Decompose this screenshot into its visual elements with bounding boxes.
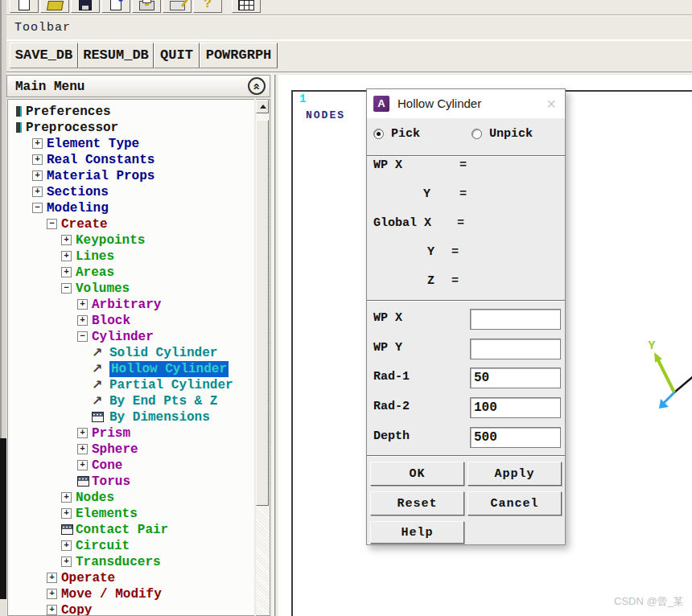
wp-x-field-label: WP X (373, 312, 402, 325)
collapse-icon[interactable]: − (32, 203, 43, 213)
expand-icon[interactable]: + (32, 187, 43, 197)
collapse-menu-button[interactable]: « (248, 77, 266, 95)
tree-item-block[interactable]: +Block (8, 313, 254, 329)
new-file-button[interactable] (10, 0, 39, 13)
tree-item-modeling[interactable]: −Modeling (8, 200, 254, 216)
expand-icon[interactable]: + (77, 299, 88, 310)
tree-item-volumes[interactable]: −Volumes (8, 281, 254, 297)
tree-item-keypoints[interactable]: +Keypoints (8, 232, 254, 248)
quit-button[interactable]: QUIT (154, 43, 200, 68)
expand-icon[interactable]: + (61, 251, 72, 261)
tree-item-elements[interactable]: +Elements (8, 506, 254, 522)
edit-button[interactable] (101, 0, 130, 13)
expand-icon[interactable]: + (77, 428, 88, 438)
expand-icon[interactable]: + (61, 492, 72, 503)
ok-button[interactable]: OK (370, 462, 464, 486)
dialog-separator (367, 155, 565, 157)
powrgrph-button[interactable]: POWRGRPH (200, 43, 278, 68)
expand-icon[interactable]: + (61, 508, 72, 519)
tree-item-operate[interactable]: +Operate (8, 570, 254, 586)
double-chevron-up-icon: « (250, 82, 262, 90)
tree-item-label: Partial Cylinder (109, 377, 233, 393)
expand-icon[interactable]: + (77, 315, 88, 326)
pick-arrow-icon: ↗ (92, 346, 102, 360)
expand-icon[interactable]: + (32, 154, 43, 165)
print-setup-button[interactable] (163, 0, 192, 13)
tree-item-label: Copy (61, 602, 92, 616)
tree-item-by-dimensions[interactable]: By Dimensions (8, 409, 254, 425)
dialog-close-button[interactable]: × (538, 90, 565, 117)
toolbar-panel: Toolbar (6, 15, 692, 40)
dialog-titlebar[interactable]: A Hollow Cylinder × (367, 89, 565, 118)
expand-icon[interactable]: + (77, 460, 88, 470)
tree-item-circuit[interactable]: +Circuit (8, 538, 254, 554)
tree-item-transducers[interactable]: +Transducers (8, 554, 254, 570)
wp-y-input[interactable] (470, 339, 561, 359)
expand-icon[interactable]: + (61, 556, 72, 567)
tree-item-hollow-cylinder[interactable]: ↗Hollow Cylinder (8, 361, 254, 377)
depth-input[interactable] (470, 427, 561, 448)
tree-item-lines[interactable]: +Lines (8, 248, 254, 265)
help-button[interactable]: Help (370, 521, 464, 544)
tree-item-create[interactable]: −Create (8, 216, 254, 232)
expand-icon[interactable]: + (61, 267, 72, 277)
expand-icon[interactable]: + (47, 573, 57, 583)
reset-button[interactable]: Reset (370, 491, 464, 515)
tree-item-sections[interactable]: +Sections (8, 184, 254, 200)
tree-item-arbitrary[interactable]: +Arbitrary (8, 297, 254, 313)
tree-item-move-modify[interactable]: +Move / Modify (8, 586, 254, 602)
expand-icon[interactable]: + (47, 605, 57, 615)
main-menu-header: Main Menu « (6, 75, 270, 97)
readout-equals: = (451, 246, 459, 259)
triad-y-label: Y (648, 339, 655, 353)
rad-2-input[interactable] (470, 397, 561, 418)
collapse-icon[interactable]: − (77, 331, 88, 342)
save-db-button[interactable]: SAVE_DB (10, 43, 78, 68)
unpick-radio[interactable] (472, 129, 482, 139)
expand-icon[interactable]: + (77, 444, 88, 454)
ansys-main-window: ? Toolbar SAVE_DBRESUM_DBQUITPOWRGRPH Ma… (0, 0, 692, 616)
print-button[interactable] (132, 0, 161, 13)
collapse-icon[interactable]: − (47, 219, 57, 229)
apply-button[interactable]: Apply (468, 462, 562, 486)
tree-item-element-type[interactable]: +Element Type (8, 136, 254, 152)
expand-icon[interactable]: + (47, 589, 57, 599)
tree-item-copy[interactable]: +Copy (8, 602, 254, 616)
expand-icon[interactable]: + (32, 138, 43, 149)
tree-item-areas[interactable]: +Areas (8, 265, 254, 281)
collapse-icon[interactable]: − (61, 283, 72, 294)
tree-item-contact-pair[interactable]: Contact Pair (8, 522, 254, 538)
tree-item-partial-cylinder[interactable]: ↗Partial Cylinder (8, 377, 254, 393)
tree-item-nodes[interactable]: +Nodes (8, 490, 254, 506)
tree-item-label: Preferences (26, 104, 111, 120)
tree-item-prism[interactable]: +Prism (8, 425, 254, 441)
wp-x-input[interactable] (470, 309, 561, 330)
open-button[interactable] (40, 0, 69, 13)
save-button[interactable] (71, 0, 100, 13)
scrollbar-thumb[interactable] (256, 120, 269, 506)
raise-hidden-button[interactable] (232, 0, 261, 13)
tree-item-cylinder[interactable]: −Cylinder (8, 329, 254, 345)
expand-icon[interactable]: + (61, 540, 72, 551)
tree-item-real-constants[interactable]: +Real Constants (8, 152, 254, 168)
scrollbar-up-button[interactable] (256, 100, 269, 113)
tree-item-preferences[interactable]: Preferences (8, 104, 254, 120)
tree-item-by-end-pts-z[interactable]: ↗By End Pts & Z (8, 393, 254, 409)
tree-item-cone[interactable]: +Cone (8, 458, 254, 474)
help-button[interactable]: ? (193, 0, 222, 13)
tree-scrollbar[interactable] (256, 99, 270, 616)
expand-icon[interactable]: + (61, 235, 72, 245)
tree-item-label: Hollow Cylinder (109, 361, 229, 377)
tree-item-torus[interactable]: Torus (8, 474, 254, 490)
rad-1-input[interactable] (470, 368, 561, 388)
expand-icon[interactable]: + (32, 170, 43, 181)
cancel-button[interactable]: Cancel (468, 491, 562, 515)
tree-item-label: Torus (92, 474, 130, 490)
resum-db-button[interactable]: RESUM_DB (78, 43, 154, 68)
edit-icon (110, 0, 122, 10)
pick-radio[interactable] (373, 129, 384, 139)
tree-item-preprocessor[interactable]: Preprocessor (8, 120, 254, 136)
tree-item-solid-cylinder[interactable]: ↗Solid Cylinder (8, 345, 254, 361)
tree-item-material-props[interactable]: +Material Props (8, 168, 254, 184)
tree-item-sphere[interactable]: +Sphere (8, 441, 254, 458)
